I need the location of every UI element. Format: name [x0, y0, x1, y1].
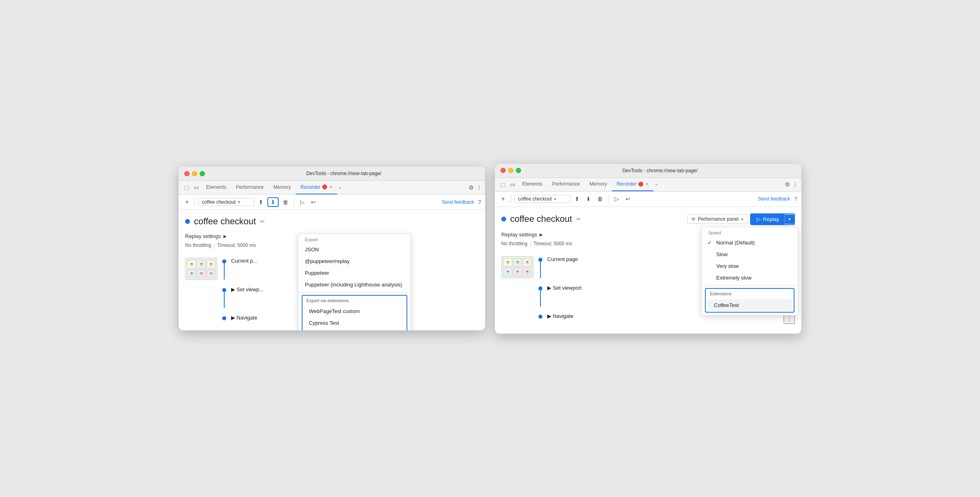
right-upload-icon[interactable]: ⬆ [572, 194, 582, 204]
maximize-button[interactable] [200, 171, 205, 176]
step-line-3 [222, 316, 226, 320]
right-replay-record-icon[interactable]: ↩ [623, 194, 633, 204]
coffee-cup-2: ☕ [197, 260, 206, 269]
more-menu-icon[interactable]: ⋮ [476, 184, 482, 191]
step-line-2 [222, 288, 226, 308]
right-play-icon[interactable]: ▷ [612, 194, 621, 204]
coffee-cup-3: ☕ [206, 260, 215, 269]
performance-panel-button[interactable]: ⟳ Performance panel ▾ [687, 214, 747, 224]
left-titlebar: DevTools - chrome://new-tab-page/ [179, 167, 485, 181]
replay-settings-arrow: ▶ [223, 234, 227, 238]
minimize-button[interactable] [192, 171, 197, 176]
export-puppeteer-replay[interactable]: @puppeteer/replay [298, 255, 411, 267]
right-edit-icon[interactable]: ✏ [576, 216, 581, 222]
divider: | [214, 242, 215, 248]
right-titlebar: DevTools - chrome://new-tab-page/ [495, 164, 801, 178]
right-recorder-toolbar: + coffee checkout ▾ ⬆ ⬇ 🗑 ▷ ↩ Send feedb… [495, 192, 801, 207]
right-device-icon[interactable]: ▭ [508, 180, 517, 189]
upload-icon[interactable]: ⬆ [256, 197, 266, 207]
right-coffee-cup-1: ☕ [503, 258, 512, 267]
left-recorder-toolbar: + coffee checkout ▾ ⬆ ⬇ 🗑 ▷ ↩ Send feedb… [179, 194, 485, 210]
divider-1 [194, 198, 195, 206]
tab-recorder[interactable]: Recorder 🔴 ✕ [296, 181, 337, 194]
replay-record-icon[interactable]: ↩ [309, 197, 318, 207]
right-close-button[interactable] [500, 168, 506, 173]
help-icon[interactable]: ? [478, 199, 481, 205]
right-step-line-2 [538, 286, 542, 307]
right-step-connector-2 [540, 290, 541, 307]
right-divider-1 [511, 195, 511, 203]
export-owloops[interactable]: Owloops Test [302, 329, 407, 330]
right-tab-close-icon[interactable]: ✕ [645, 182, 648, 186]
right-tab-elements[interactable]: Elements [517, 178, 547, 191]
right-tab-bar: ⬚ ▭ Elements Performance Memory Recorder… [495, 178, 801, 192]
delete-icon[interactable]: 🗑 [280, 197, 291, 207]
tab-performance[interactable]: Performance [231, 181, 269, 194]
tab-memory[interactable]: Memory [269, 181, 296, 194]
right-send-feedback-button[interactable]: Send feedback [758, 196, 790, 202]
right-recording-name-text: coffee checkout [518, 196, 552, 202]
download-button[interactable]: ⬇ [267, 197, 279, 207]
speed-slow[interactable]: Slow [702, 248, 798, 260]
tab-more-icon[interactable]: » [339, 185, 341, 190]
right-more-menu-icon[interactable]: ⋮ [792, 181, 798, 188]
right-delete-icon[interactable]: 🗑 [595, 194, 605, 204]
right-step-dot-2 [538, 286, 542, 290]
replay-button-group: ▷ Replay ▾ [750, 213, 795, 225]
coffeetest-extension[interactable]: CoffeeTest [707, 299, 792, 311]
right-recording-title: coffee checkout [510, 214, 572, 224]
extensions-section-title: Extensions [706, 289, 794, 299]
right-tab-more-icon[interactable]: » [655, 182, 657, 187]
export-webpagetest[interactable]: WebPageTest custom [302, 305, 407, 317]
step-connector [224, 263, 225, 280]
close-button[interactable] [184, 171, 190, 176]
right-settings-icon[interactable]: ⚙ [785, 181, 790, 188]
right-timeout-text: Timeout: 5000 ms [534, 241, 572, 246]
right-maximize-button[interactable] [516, 168, 521, 173]
right-step-connector [540, 262, 541, 278]
coffee-cup-6: ☕ [206, 269, 215, 278]
right-tab-recorder[interactable]: Recorder 🔴 ✕ [612, 178, 653, 191]
settings-icon[interactable]: ⚙ [469, 184, 474, 191]
recording-selector[interactable]: coffee checkout ▾ [198, 198, 254, 206]
speed-normal[interactable]: Normal (Default) [702, 237, 798, 248]
speed-section-title: Speed [702, 227, 798, 237]
right-traffic-lights [500, 168, 521, 173]
perf-icon: ⟳ [692, 217, 695, 222]
speed-very-slow[interactable]: Very slow [702, 260, 798, 272]
recording-name-text: coffee checkout [202, 199, 236, 205]
right-minimize-button[interactable] [508, 168, 513, 173]
replay-arrow-button[interactable]: ▾ [785, 215, 794, 224]
right-inspect-icon[interactable]: ⬚ [498, 180, 508, 189]
right-coffee-cup-6: ☕ [523, 267, 532, 276]
export-json[interactable]: JSON [298, 244, 411, 255]
replay-main-button[interactable]: ▷ Replay [751, 214, 785, 224]
right-step-line-3 [538, 315, 542, 319]
right-dropdown-arrow-icon: ▾ [554, 197, 556, 201]
tab-elements[interactable]: Elements [201, 181, 231, 194]
right-download-icon[interactable]: ⬇ [584, 194, 593, 204]
device-icon[interactable]: ▭ [192, 183, 201, 192]
right-window-title: DevTools - chrome://new-tab-page/ [524, 168, 796, 173]
speed-extremely-slow[interactable]: Extremely slow [702, 272, 798, 284]
right-tab-performance[interactable]: Performance [547, 178, 585, 191]
send-feedback-button[interactable]: Send feedback [442, 199, 474, 205]
right-help-icon[interactable]: ? [794, 196, 797, 202]
export-cypress[interactable]: Cypress Test [302, 317, 407, 329]
step-connector-2 [224, 292, 225, 308]
right-add-recording-button[interactable]: + [499, 194, 507, 204]
right-tab-memory[interactable]: Memory [585, 178, 612, 191]
right-recording-selector[interactable]: coffee checkout ▾ [514, 195, 571, 203]
export-puppeteer-lighthouse[interactable]: Puppeteer (including Lighthouse analysis… [298, 279, 411, 290]
edit-icon[interactable]: ✏ [260, 218, 265, 225]
play-icon[interactable]: ▷ [298, 197, 307, 207]
export-puppeteer[interactable]: Puppeteer [298, 267, 411, 279]
inspect-icon[interactable]: ⬚ [182, 183, 192, 192]
add-recording-button[interactable]: + [183, 197, 191, 207]
extensions-group: Extensions CoffeeTest [705, 288, 794, 313]
step-screenshot: ☕ ☕ ☕ ☕ ☕ ☕ [185, 258, 217, 280]
dropdown-divider [298, 292, 411, 292]
right-replay-settings-label: Replay settings [501, 232, 537, 238]
play-triangle-icon: ▷ [757, 216, 761, 222]
tab-close-icon[interactable]: ✕ [329, 185, 332, 189]
